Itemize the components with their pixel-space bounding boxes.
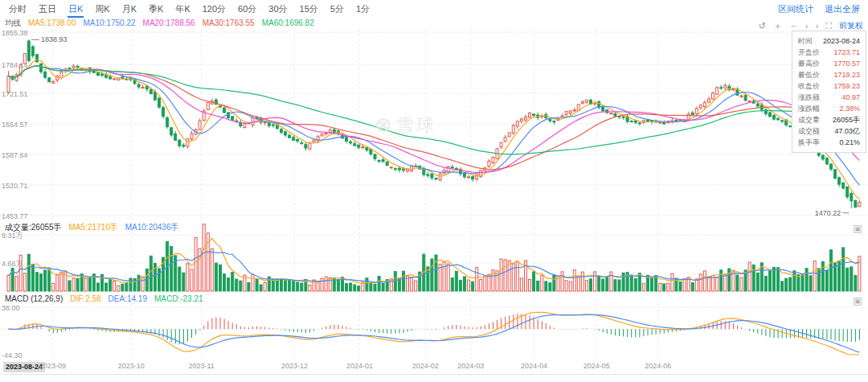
svg-text:1470.22: 1470.22 <box>815 209 841 217</box>
fullscreen-icon[interactable]: ⛶ <box>825 21 832 31</box>
legend-item: MA30:1763.55 <box>203 18 255 28</box>
x-axis-label: 2023-12 <box>281 362 308 371</box>
chart-controls: ↺＋－‹›⛶前复权 <box>759 20 863 31</box>
tooltip-row: 换手率0.21% <box>798 137 860 148</box>
tab-五日[interactable]: 五日 <box>38 1 57 18</box>
x-axis-label: 2024-06 <box>645 362 671 371</box>
tab-日K[interactable]: 日K <box>68 1 84 18</box>
adjustment-mode-link[interactable]: 前复权 <box>839 20 863 31</box>
timeframe-tabs: 分时五日日K周K月K季K年K120分60分30分15分5分1分 <box>8 1 371 18</box>
x-axis-label: 2023-11 <box>188 362 214 371</box>
tooltip-row: 收盘价1759.23 <box>798 80 860 92</box>
tab-1分[interactable]: 1分 <box>355 1 371 18</box>
tooltip-row: 成交额47.03亿 <box>798 125 860 137</box>
x-axis-label: 2024-03 <box>457 362 484 371</box>
tooltip-row: 涨跌幅2.38% <box>798 103 860 114</box>
tab-5分[interactable]: 5分 <box>330 1 345 18</box>
x-axis-label: 2024-04 <box>521 362 547 371</box>
legend-item: MA10:1750.22 <box>84 18 136 28</box>
x-axis-label: 2023-09 <box>39 362 66 371</box>
pan-right-icon[interactable]: › <box>816 21 819 31</box>
tab-30分[interactable]: 30分 <box>268 1 288 18</box>
undo-icon[interactable]: ↺ <box>759 21 766 31</box>
legend-item: MA20:1788.56 <box>143 18 195 28</box>
tooltip-row: 最高价1770.57 <box>798 58 860 69</box>
macd-pane-settings-icon[interactable]: ▣ <box>854 298 862 306</box>
legend-item: DIF:2.58 <box>70 294 100 304</box>
tab-60分[interactable]: 60分 <box>237 1 257 18</box>
range-stats-link[interactable]: 区间统计 <box>778 3 813 15</box>
macd-legend-main: MACD (12,26,9) <box>5 294 63 304</box>
tab-15分[interactable]: 15分 <box>299 1 319 18</box>
legend-item: MA60:1696.82 <box>262 18 314 28</box>
data-tooltip: 时间2023-08-24开盘价1723.71最高价1770.57最低价1719.… <box>792 31 866 153</box>
timeframe-toolbar: 分时五日日K周K月K季K年K120分60分30分15分5分1分 区间统计 退出全… <box>0 0 868 18</box>
candlestick-canvas[interactable]: 1838.931470.22 <box>0 18 868 375</box>
volume-legend: 成交量:26055手 MA5:21710手MA10:20436手 <box>5 223 178 232</box>
ma-legend-prefix: 均线 <box>5 18 21 28</box>
tab-分时[interactable]: 分时 <box>8 1 27 18</box>
tooltip-row: 涨跌额40.97 <box>798 92 860 103</box>
tab-季K[interactable]: 季K <box>148 1 164 18</box>
x-axis-label: 2024-01 <box>346 362 373 371</box>
volume-legend-main: 成交量:26055手 <box>5 223 62 232</box>
tooltip-row: 时间2023-08-24 <box>798 35 860 47</box>
exit-fullscreen-link[interactable]: 退出全屏 <box>825 3 860 15</box>
legend-item: MACD:-23.21 <box>154 294 203 304</box>
x-axis-label: 2024-05 <box>583 362 610 371</box>
tooltip-row: 成交量26055手 <box>798 114 860 125</box>
pan-left-icon[interactable]: ‹ <box>805 21 809 31</box>
legend-item: MA5:21710手 <box>69 223 118 232</box>
legend-item: DEA:14.19 <box>108 294 147 304</box>
tab-120分[interactable]: 120分 <box>202 1 227 18</box>
x-axis-label: 2024-02 <box>412 362 439 371</box>
tooltip-row: 最低价1719.23 <box>798 69 860 80</box>
legend-item: MA10:20436手 <box>125 223 179 232</box>
tab-年K[interactable]: 年K <box>174 1 190 18</box>
macd-legend: MACD (12,26,9) DIF:2.58DEA:14.19MACD:-23… <box>5 294 203 304</box>
tooltip-row: 开盘价1723.71 <box>798 47 860 58</box>
legend-item: MA5:1738.00 <box>28 18 76 28</box>
zoom-in-icon[interactable]: ＋ <box>773 21 782 31</box>
chart-area: 1838.931470.22 均线 MA5:1738.00MA10:1750.2… <box>0 18 868 375</box>
x-axis-label: 2023-10 <box>118 362 145 371</box>
toolbar-links: 区间统计 退出全屏 <box>778 3 860 15</box>
zoom-out-icon[interactable]: － <box>789 21 798 31</box>
tab-月K[interactable]: 月K <box>121 1 137 18</box>
volume-pane-settings-icon[interactable]: ▣ <box>854 225 862 233</box>
tab-周K[interactable]: 周K <box>94 1 110 18</box>
svg-text:1838.93: 1838.93 <box>41 35 68 43</box>
ma-legend: 均线 MA5:1738.00MA10:1750.22MA20:1788.56MA… <box>5 18 314 28</box>
